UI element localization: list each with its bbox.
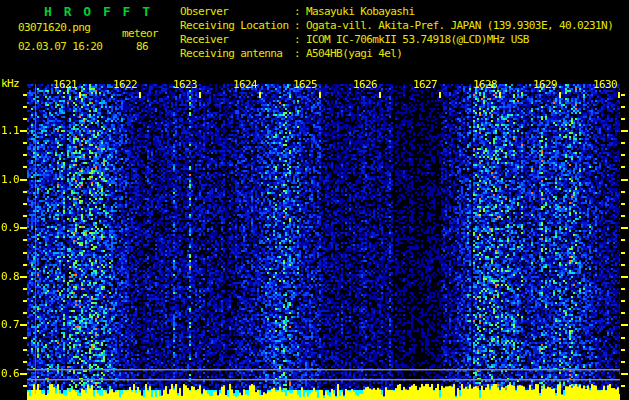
freq-minor-tick-left bbox=[23, 288, 27, 290]
freq-minor-tick-right bbox=[621, 154, 625, 156]
info-value: Ogata-vill. Akita-Pref. JAPAN (139.9303E… bbox=[306, 19, 613, 33]
freq-minor-tick-right bbox=[621, 203, 625, 205]
time-axis-label: 1627 bbox=[409, 79, 437, 90]
info-value: A504HB(yagi 4el) bbox=[306, 47, 402, 61]
freq-axis-unit-label: kHz bbox=[1, 77, 19, 90]
freq-minor-tick-right bbox=[621, 385, 625, 387]
freq-major-tick-left bbox=[20, 276, 27, 278]
freq-minor-tick-right bbox=[621, 252, 625, 254]
freq-minor-tick-right bbox=[621, 142, 625, 144]
spectrogram-canvas bbox=[27, 84, 620, 400]
freq-axis-label: 0.8 bbox=[0, 271, 19, 283]
time-axis-label: 1624 bbox=[229, 79, 257, 90]
freq-major-tick-right bbox=[621, 179, 628, 181]
info-label: Receiving antenna bbox=[180, 47, 294, 61]
freq-minor-tick-right bbox=[621, 300, 625, 302]
freq-major-tick-right bbox=[621, 227, 628, 229]
freq-major-tick-left bbox=[20, 373, 27, 375]
freq-minor-tick-left bbox=[23, 215, 27, 217]
freq-minor-tick-right bbox=[621, 337, 625, 339]
freq-minor-tick-right bbox=[621, 118, 625, 120]
freq-minor-tick-left bbox=[23, 385, 27, 387]
freq-major-tick-left bbox=[20, 179, 27, 181]
freq-minor-tick-right bbox=[621, 349, 625, 351]
info-row: Receiver:ICOM IC-706mkII 53.74918(@LCD)M… bbox=[180, 33, 613, 47]
freq-major-tick-right bbox=[621, 324, 628, 326]
freq-minor-tick-right bbox=[621, 215, 625, 217]
freq-minor-tick-left bbox=[23, 118, 27, 120]
info-label: Receiving Location bbox=[180, 19, 294, 33]
meteor-count: 86 bbox=[136, 40, 148, 53]
time-axis-label: 1623 bbox=[169, 79, 197, 90]
freq-minor-tick-left bbox=[23, 142, 27, 144]
time-axis-label: 1621 bbox=[49, 79, 77, 90]
freq-minor-tick-left bbox=[23, 300, 27, 302]
time-axis-label: 1629 bbox=[529, 79, 557, 90]
freq-minor-tick-left bbox=[23, 349, 27, 351]
freq-minor-tick-right bbox=[621, 94, 625, 96]
freq-axis-label: 0.9 bbox=[0, 222, 19, 234]
freq-minor-tick-left bbox=[23, 154, 27, 156]
freq-major-tick-right bbox=[621, 373, 628, 375]
time-axis-label: 1628 bbox=[469, 79, 497, 90]
filename-text: 03071620.png bbox=[18, 21, 90, 34]
freq-minor-tick-right bbox=[621, 106, 625, 108]
info-row: Receiving antenna:A504HB(yagi 4el) bbox=[180, 47, 613, 61]
freq-minor-tick-left bbox=[23, 94, 27, 96]
freq-minor-tick-left bbox=[23, 106, 27, 108]
time-axis-label: 1626 bbox=[349, 79, 377, 90]
freq-minor-tick-right bbox=[621, 166, 625, 168]
freq-axis-label: 0.6 bbox=[0, 368, 19, 380]
freq-major-tick-left bbox=[20, 130, 27, 132]
freq-minor-tick-left bbox=[23, 264, 27, 266]
station-info-block: Observer:Masayuki KobayashiReceiving Loc… bbox=[180, 5, 613, 61]
freq-minor-tick-left bbox=[23, 166, 27, 168]
freq-axis-label: 1.0 bbox=[0, 174, 19, 186]
info-row: Observer:Masayuki Kobayashi bbox=[180, 5, 613, 19]
freq-minor-tick-right bbox=[621, 191, 625, 193]
freq-minor-tick-left bbox=[23, 361, 27, 363]
mode-label: meteor bbox=[122, 27, 158, 40]
info-separator: : bbox=[294, 33, 306, 47]
freq-major-tick-right bbox=[621, 276, 628, 278]
freq-minor-tick-left bbox=[23, 252, 27, 254]
freq-minor-tick-left bbox=[23, 239, 27, 241]
freq-minor-tick-left bbox=[23, 191, 27, 193]
info-value: ICOM IC-706mkII 53.74918(@LCD)MHz USB bbox=[306, 33, 529, 47]
freq-major-tick-left bbox=[20, 324, 27, 326]
info-separator: : bbox=[294, 47, 306, 61]
freq-major-tick-right bbox=[621, 130, 628, 132]
info-row: Receiving Location:Ogata-vill. Akita-Pre… bbox=[180, 19, 613, 33]
freq-minor-tick-right bbox=[621, 264, 625, 266]
datetime-text: 02.03.07 16:20 bbox=[18, 40, 102, 53]
freq-minor-tick-right bbox=[621, 361, 625, 363]
info-separator: : bbox=[294, 5, 306, 19]
info-separator: : bbox=[294, 19, 306, 33]
time-axis-label: 1630 bbox=[589, 79, 617, 90]
freq-minor-tick-left bbox=[23, 312, 27, 314]
info-label: Observer bbox=[180, 5, 294, 19]
info-label: Receiver bbox=[180, 33, 294, 47]
app-title: H R O F F T bbox=[44, 4, 152, 19]
freq-axis-label: 0.7 bbox=[0, 319, 19, 331]
freq-minor-tick-right bbox=[621, 312, 625, 314]
freq-minor-tick-right bbox=[621, 239, 625, 241]
info-value: Masayuki Kobayashi bbox=[306, 5, 414, 19]
time-axis-label: 1625 bbox=[289, 79, 317, 90]
freq-minor-tick-left bbox=[23, 337, 27, 339]
freq-minor-tick-right bbox=[621, 288, 625, 290]
freq-axis-label: 1.1 bbox=[0, 125, 19, 137]
freq-minor-tick-left bbox=[23, 203, 27, 205]
time-axis-label: 1622 bbox=[109, 79, 137, 90]
freq-major-tick-left bbox=[20, 227, 27, 229]
hrofft-window: H R O F F T 03071620.png meteor 02.03.07… bbox=[0, 0, 629, 400]
